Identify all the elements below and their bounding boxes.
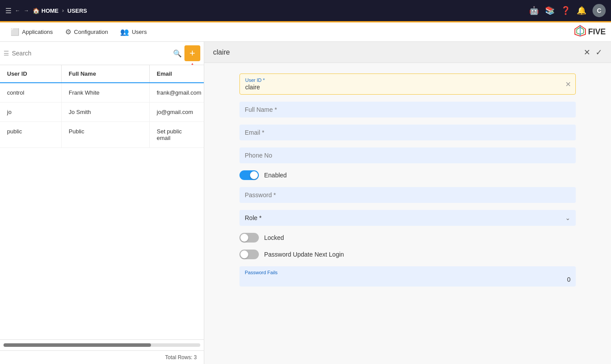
locked-toggle-thumb [240,234,248,242]
table-header: User ID Full Name Email [0,65,204,83]
add-button[interactable]: + ↑ [184,45,200,61]
password-field-group [239,187,576,203]
main-content: ☰ 🔍 + ↑ User ID Full Name Email control … [0,42,611,364]
phone-field-group [239,147,576,163]
sec-nav-left: ⬜ Applications ⚙ Configuration 👥 Users [5,25,152,39]
cell-user-id: jo [0,103,62,121]
enabled-toggle-thumb [250,171,258,179]
cell-full-name: Frank White [62,83,150,102]
cell-user-id: control [0,83,62,102]
table-body: control Frank White frank@gmail.com jo J… [0,83,204,148]
top-bar: ☰ ← → 🏠 HOME › USERS 🤖 📚 ❓ 🔔 C [0,0,611,21]
password-fails-label: Password Fails [245,270,571,275]
table-row[interactable]: public Public Set public email [0,122,204,148]
scrollbar-track[interactable] [4,343,200,347]
col-full-name: Full Name [62,65,150,82]
user-id-clear-button[interactable]: ✕ [565,80,571,88]
bell-icon[interactable]: 🔔 [577,6,586,15]
nav-configuration[interactable]: ⚙ Configuration [60,25,113,39]
password-update-label: Password Update Next Login [264,251,344,258]
phone-input[interactable] [239,147,576,163]
cell-email: frank@gmail.com [150,83,204,102]
robot-icon[interactable]: 🤖 [529,6,539,15]
locked-label: Locked [264,234,284,241]
cell-full-name: Public [62,122,150,147]
locked-toggle[interactable] [239,233,259,243]
back-icon[interactable]: ← [15,7,20,14]
email-input[interactable] [239,125,576,140]
password-fails-field-group: Password Fails [239,266,576,287]
enabled-label: Enabled [264,172,287,179]
users-icon: 👥 [120,28,129,36]
search-input[interactable] [12,50,170,57]
user-id-input[interactable] [245,84,570,91]
full-name-input[interactable] [239,102,576,118]
cell-email: jo@gmail.com [150,103,204,121]
col-email: Email [150,65,204,82]
help-icon[interactable]: ❓ [561,6,571,15]
nav-users[interactable]: 👥 Users [115,25,152,39]
users-nav-label: USERS [67,7,87,14]
enabled-toggle-row: Enabled [239,170,576,180]
forward-icon[interactable]: → [24,7,29,14]
total-rows-label: Total Rows: 3 [165,354,197,360]
password-update-toggle[interactable] [239,250,259,259]
user-id-field-group: User ID * ✕ [239,74,576,95]
locked-toggle-row: Locked [239,233,576,243]
table-row[interactable]: jo Jo Smith jo@gmail.com [0,103,204,122]
scroll-area[interactable] [0,339,204,350]
secondary-nav: ⬜ Applications ⚙ Configuration 👥 Users F… [0,22,611,42]
table-row[interactable]: control Frank White frank@gmail.com [0,83,204,103]
password-update-toggle-thumb [240,250,248,258]
user-id-label: User ID * [245,77,570,83]
data-table: User ID Full Name Email control Frank Wh… [0,65,204,339]
configuration-icon: ⚙ [65,28,71,36]
applications-label: Applications [22,29,53,35]
users-label: Users [132,29,147,35]
applications-icon: ⬜ [11,28,19,36]
cell-full-name: Jo Smith [62,103,150,121]
role-field-group: Role * ⌄ [239,210,576,226]
form-actions: ✕ ✓ [584,48,602,57]
home-nav[interactable]: 🏠 HOME [33,7,59,14]
full-name-field-group [239,102,576,118]
password-input[interactable] [239,187,576,203]
nav-separator: › [62,7,64,14]
email-field-group [239,125,576,140]
password-update-toggle-row: Password Update Next Login [239,250,576,259]
form-title: claire [213,48,230,56]
table-footer: Total Rows: 3 [0,350,204,364]
form-body: User ID * ✕ Enable [204,63,611,364]
form-header: claire ✕ ✓ [204,42,611,63]
avatar[interactable]: C [593,4,606,17]
top-bar-icons: 🤖 📚 ❓ 🔔 C [529,4,606,17]
confirm-button[interactable]: ✓ [596,48,602,57]
five-logo-icon [574,25,586,40]
col-user-id: User ID [0,65,62,82]
close-button[interactable]: ✕ [584,48,590,57]
cell-email: Set public email [150,122,204,147]
home-icon: 🏠 [33,7,40,14]
scrollbar-thumb [4,343,151,347]
right-panel: claire ✕ ✓ User ID * ✕ [204,42,611,364]
nav-applications[interactable]: ⬜ Applications [5,25,58,39]
home-label: HOME [41,7,59,14]
role-select[interactable]: Role * [239,210,576,226]
top-bar-left: ☰ ← → 🏠 HOME › USERS [5,7,526,15]
search-icon[interactable]: 🔍 [173,49,182,58]
books-icon[interactable]: 📚 [545,6,555,15]
left-panel: ☰ 🔍 + ↑ User ID Full Name Email control … [0,42,204,364]
hamburger-icon[interactable]: ☰ [5,7,11,15]
filter-icon[interactable]: ☰ [4,50,9,57]
search-bar: ☰ 🔍 + ↑ [0,42,204,65]
five-logo-text: FIVE [588,27,606,37]
password-fails-input[interactable] [245,276,571,283]
configuration-label: Configuration [74,29,108,35]
enabled-toggle[interactable] [239,170,259,180]
cell-user-id: public [0,122,62,147]
five-logo: FIVE [574,25,606,40]
